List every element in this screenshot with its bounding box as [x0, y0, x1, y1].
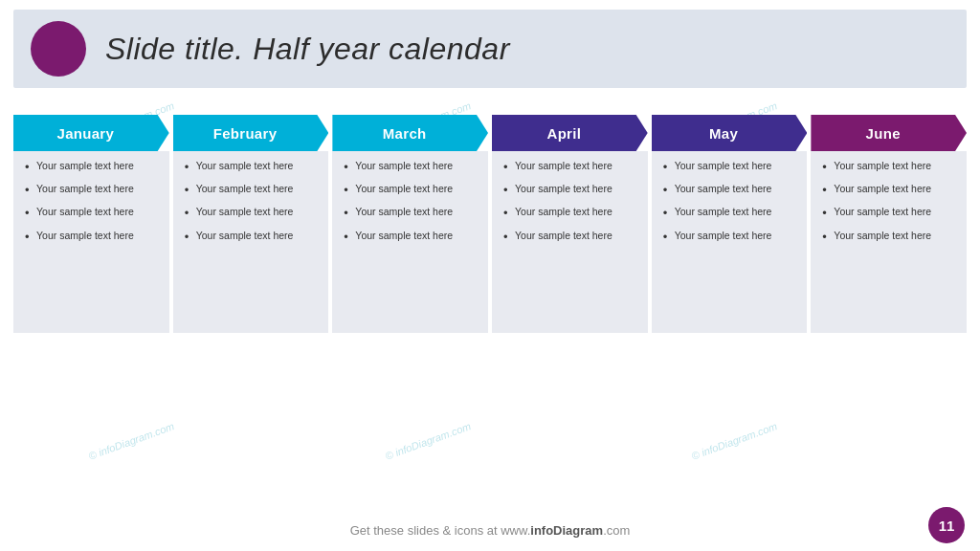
month-jan-item-3: Your sample text here: [23, 229, 162, 242]
month-header-jan: January: [13, 115, 169, 151]
footer: Get these slides & icons at www.infoDiag…: [0, 523, 980, 538]
header-circle-icon: [31, 21, 86, 77]
month-apr-item-3: Your sample text here: [501, 229, 640, 242]
footer-brand: infoDiagram: [530, 523, 603, 538]
month-feb-item-0: Your sample text here: [183, 159, 322, 172]
month-body-mar: Your sample text hereYour sample text he…: [332, 151, 488, 333]
month-feb-item-2: Your sample text here: [183, 205, 322, 218]
month-col-mar: MarchYour sample text hereYour sample te…: [332, 115, 488, 333]
month-body-may: Your sample text hereYour sample text he…: [652, 151, 808, 333]
calendar-grid: JanuaryYour sample text hereYour sample …: [13, 115, 967, 333]
month-mar-item-3: Your sample text here: [342, 229, 480, 242]
month-jun-item-1: Your sample text here: [820, 182, 959, 195]
month-header-feb: February: [173, 115, 329, 151]
month-col-jan: JanuaryYour sample text hereYour sample …: [13, 115, 169, 333]
month-mar-item-1: Your sample text here: [342, 182, 480, 195]
month-body-jun: Your sample text hereYour sample text he…: [811, 151, 967, 333]
watermark-5: © infoDiagram.com: [384, 420, 473, 462]
month-may-item-2: Your sample text here: [661, 205, 800, 218]
month-may-item-0: Your sample text here: [661, 159, 800, 172]
month-body-apr: Your sample text hereYour sample text he…: [492, 151, 648, 333]
month-apr-item-0: Your sample text here: [501, 159, 640, 172]
month-col-may: MayYour sample text hereYour sample text…: [652, 115, 808, 333]
month-header-mar: March: [332, 115, 488, 151]
month-mar-item-0: Your sample text here: [342, 159, 480, 172]
month-header-may: May: [652, 115, 808, 151]
month-jan-item-0: Your sample text here: [23, 159, 162, 172]
month-jun-item-3: Your sample text here: [820, 229, 959, 242]
month-body-feb: Your sample text hereYour sample text he…: [173, 151, 329, 333]
month-col-feb: FebruaryYour sample text hereYour sample…: [173, 115, 329, 333]
footer-text-before: Get these slides & icons at www.: [350, 523, 531, 538]
month-may-item-1: Your sample text here: [661, 182, 800, 195]
page-number-badge: 11: [928, 507, 965, 543]
month-mar-item-2: Your sample text here: [342, 205, 480, 218]
month-apr-item-1: Your sample text here: [501, 182, 640, 195]
month-col-jun: JuneYour sample text hereYour sample tex…: [811, 115, 967, 333]
month-body-jan: Your sample text hereYour sample text he…: [13, 151, 169, 333]
footer-text-after: .com: [603, 523, 630, 538]
watermark-4: © infoDiagram.com: [87, 420, 176, 462]
month-header-jun: June: [811, 115, 967, 151]
month-jan-item-1: Your sample text here: [23, 182, 162, 195]
slide-header: Slide title. Half year calendar: [13, 10, 967, 88]
month-col-apr: AprilYour sample text hereYour sample te…: [492, 115, 648, 333]
month-jun-item-2: Your sample text here: [820, 205, 959, 218]
month-feb-item-1: Your sample text here: [183, 182, 322, 195]
slide-title: Slide title. Half year calendar: [105, 32, 510, 67]
month-header-apr: April: [492, 115, 648, 151]
month-feb-item-3: Your sample text here: [183, 229, 322, 242]
month-jan-item-2: Your sample text here: [23, 205, 162, 218]
watermark-6: © infoDiagram.com: [690, 420, 779, 462]
month-may-item-3: Your sample text here: [661, 229, 800, 242]
month-apr-item-2: Your sample text here: [501, 205, 640, 218]
month-jun-item-0: Your sample text here: [820, 159, 959, 172]
